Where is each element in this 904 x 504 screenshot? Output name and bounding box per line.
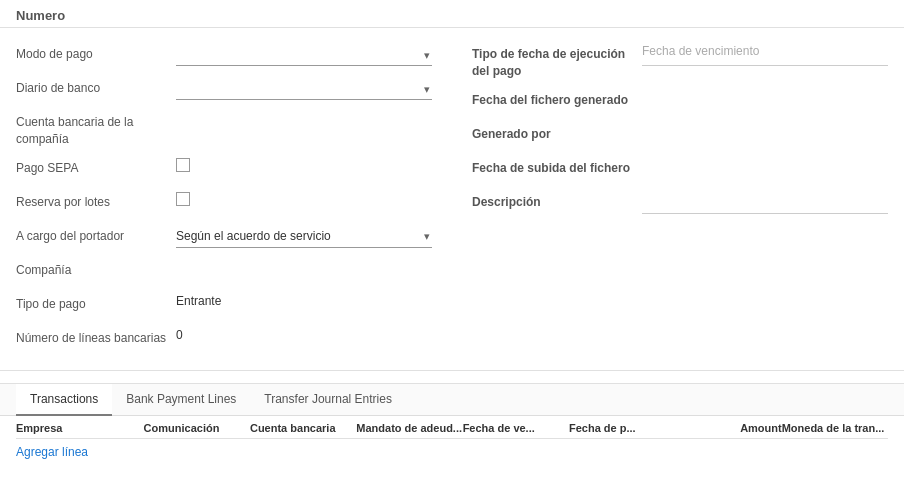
input-modo-pago[interactable] (176, 44, 432, 66)
header-section: Numero (0, 0, 904, 28)
value-portador: Según el acuerdo de servicio (176, 229, 331, 243)
label-cuenta-bancaria: Cuenta bancaria de la compañía (16, 112, 176, 148)
value-num-lineas: 0 (176, 328, 432, 342)
form-row-diario-banco: Diario de banco (16, 78, 432, 102)
input-portador[interactable]: Según el acuerdo de servicio (176, 226, 432, 248)
col-empresa: Empresa (16, 422, 144, 434)
col-amount: Amount (675, 422, 781, 434)
form-row-generado-por: Generado por (472, 124, 888, 148)
input-diario-banco[interactable] (176, 78, 432, 100)
col-fecha-ve: Fecha de ve... (463, 422, 569, 434)
value-descripcion[interactable] (642, 192, 888, 214)
form-row-portador: A cargo del portador Según el acuerdo de… (16, 226, 432, 250)
label-tipo-pago: Tipo de pago (16, 294, 176, 313)
form-section: Modo de pago Diario de banco Cuenta banc… (0, 28, 904, 370)
label-compania: Compañía (16, 260, 176, 279)
form-row-num-lineas: Número de líneas bancarias 0 (16, 328, 432, 352)
label-fecha-subida: Fecha de subida del fichero (472, 158, 642, 177)
col-comunicacion: Comunicación (144, 422, 250, 434)
label-generado-por: Generado por (472, 124, 642, 143)
label-diario-banco: Diario de banco (16, 78, 176, 97)
form-row-descripcion: Descripción (472, 192, 888, 216)
form-row-modo-pago: Modo de pago (16, 44, 432, 68)
form-row-tipo-fecha: Tipo de fecha de ejecución del pago Fech… (472, 44, 888, 80)
label-modo-pago: Modo de pago (16, 44, 176, 63)
form-row-reserva-lotes: Reserva por lotes (16, 192, 432, 216)
checkbox-reserva-lotes[interactable] (176, 192, 190, 206)
table-header: Empresa Comunicación Cuenta bancaria Man… (16, 416, 888, 439)
form-row-tipo-pago: Tipo de pago Entrante (16, 294, 432, 318)
form-row-pago-sepa: Pago SEPA (16, 158, 432, 182)
form-left: Modo de pago Diario de banco Cuenta banc… (16, 44, 452, 362)
form-row-cuenta-bancaria: Cuenta bancaria de la compañía (16, 112, 432, 148)
add-line-button[interactable]: Agregar línea (16, 439, 88, 465)
label-pago-sepa: Pago SEPA (16, 158, 176, 177)
table-section: Empresa Comunicación Cuenta bancaria Man… (0, 416, 904, 465)
col-moneda: Moneda de la tran... (782, 422, 888, 434)
form-right: Tipo de fecha de ejecución del pago Fech… (452, 44, 888, 362)
label-num-lineas: Número de líneas bancarias (16, 328, 176, 347)
label-descripcion: Descripción (472, 192, 642, 211)
value-tipo-pago: Entrante (176, 294, 432, 308)
tabs-section: Transactions Bank Payment Lines Transfer… (0, 383, 904, 416)
form-row-fecha-subida: Fecha de subida del fichero (472, 158, 888, 182)
tab-bank-payment-lines[interactable]: Bank Payment Lines (112, 384, 250, 416)
section-divider (0, 370, 904, 371)
value-tipo-fecha[interactable]: Fecha de vencimiento (642, 44, 888, 66)
form-row-compania: Compañía (16, 260, 432, 284)
label-tipo-fecha: Tipo de fecha de ejecución del pago (472, 44, 642, 80)
form-row-fecha-fichero: Fecha del fichero generado (472, 90, 888, 114)
checkbox-reserva-lotes-box[interactable] (176, 192, 190, 206)
tab-transfer-journal-entries[interactable]: Transfer Journal Entries (250, 384, 406, 416)
label-portador: A cargo del portador (16, 226, 176, 245)
label-fecha-fichero: Fecha del fichero generado (472, 90, 642, 109)
col-cuenta-bancaria: Cuenta bancaria (250, 422, 356, 434)
page-container: Numero Modo de pago Diario de banco Cuen… (0, 0, 904, 504)
col-mandato: Mandato de adeud... (356, 422, 462, 434)
checkbox-pago-sepa[interactable] (176, 158, 190, 172)
col-fecha-p: Fecha de p... (569, 422, 675, 434)
label-reserva-lotes: Reserva por lotes (16, 192, 176, 211)
tab-transactions[interactable]: Transactions (16, 384, 112, 416)
checkbox-pago-sepa-box[interactable] (176, 158, 190, 172)
tabs-header: Transactions Bank Payment Lines Transfer… (0, 384, 904, 416)
page-title: Numero (16, 8, 65, 23)
